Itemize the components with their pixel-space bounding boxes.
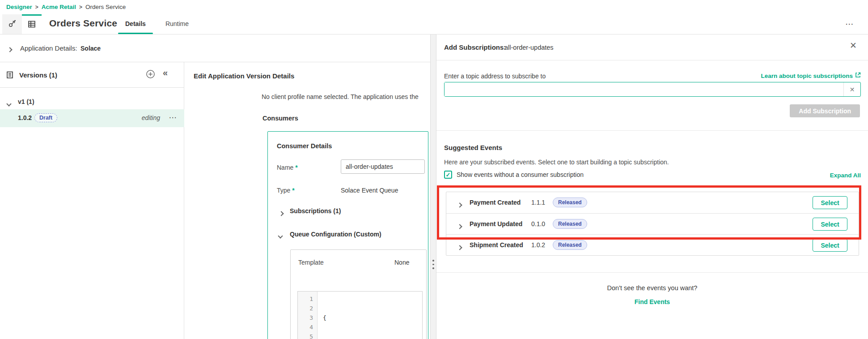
event-row-payment-updated[interactable]: Payment Updated 0.1.0 Released Select [446, 213, 859, 234]
close-icon[interactable]: ✕ [850, 40, 857, 51]
topic-address-input-wrap: ✕ [444, 82, 861, 97]
drag-handle-dots-icon [432, 260, 434, 269]
learn-topic-subscriptions-link[interactable]: Learn about topic subscriptions [761, 72, 861, 79]
version-kebab-menu-icon[interactable]: ⋯ [169, 113, 178, 122]
template-label: Template [298, 259, 324, 266]
divider [436, 60, 868, 60]
chevron-right-icon[interactable] [279, 209, 283, 217]
queue-config-code-editor[interactable]: 1 2 3 4 5 { "accessType": "exclusive", "… [297, 291, 423, 339]
chevron-right-icon[interactable] [458, 201, 462, 209]
queue-config-label: Queue Configuration (Custom) [290, 231, 381, 238]
add-subscription-button[interactable]: Add Subscription [790, 104, 860, 117]
list-view-button[interactable] [22, 14, 42, 34]
add-subscriptions-panel: Add Subscriptions: all-order-updates ✕ E… [436, 34, 868, 339]
template-value[interactable]: None [394, 259, 409, 266]
breadcrumb-current: Orders Service [85, 4, 126, 10]
view-switcher [2, 14, 42, 34]
find-events-link[interactable]: Find Events [436, 298, 868, 305]
version-group-row[interactable]: v1 (1) [0, 94, 184, 110]
left-region: Application Details: Solace Versions (1)… [0, 34, 430, 339]
external-link-icon [855, 72, 861, 79]
consumer-name-input[interactable] [341, 159, 425, 174]
breadcrumb-separator: > [79, 4, 82, 10]
version-row-selected[interactable]: 1.0.2 Draft editing ⋯ [0, 109, 184, 127]
application-details-row[interactable]: Application Details: Solace [0, 34, 430, 62]
code-line-numbers: 1 2 3 4 5 [298, 292, 318, 339]
tab-details[interactable]: Details [115, 13, 156, 34]
suggested-events-description: Here are your subscribed events. Select … [444, 159, 669, 166]
select-event-button[interactable]: Select [813, 239, 847, 252]
table-view-icon [27, 20, 36, 30]
breadcrumb-designer[interactable]: Designer [6, 4, 32, 10]
versions-panel: Versions (1) « v1 (1) 1.0.2 Draft editin… [0, 62, 184, 339]
add-subscriptions-title: Add Subscriptions: [444, 43, 506, 51]
expand-all-link[interactable]: Expand All [830, 172, 861, 179]
page-header: Orders Service Details Runtime ⋯ [0, 13, 868, 34]
queue-template-card: Template None 1 2 3 4 5 { [290, 249, 427, 339]
find-events-question: Don't see the events you want? [436, 284, 868, 292]
chevron-right-icon[interactable] [8, 45, 12, 53]
add-version-button[interactable] [146, 69, 155, 81]
show-events-checkbox-label: Show events without a consumer subscript… [457, 171, 584, 178]
version-group-label: v1 (1) [18, 98, 34, 105]
code-content: { "accessType": "exclusive", "maxMsgSpoo… [318, 292, 422, 339]
code-line: { [323, 313, 422, 322]
name-field-label: Name * [277, 164, 298, 171]
subscriptions-label: Subscriptions (1) [290, 207, 341, 215]
show-events-checkbox-row[interactable]: ✓ Show events without a consumer subscri… [444, 171, 584, 179]
event-row-payment-created[interactable]: Payment Created 1.1.1 Released Select [446, 192, 859, 213]
clear-input-icon[interactable]: ✕ [843, 82, 860, 96]
suggested-events-list: Payment Created 1.1.1 Released Select Pa… [446, 192, 859, 256]
header-kebab-menu-icon[interactable]: ⋯ [845, 19, 855, 29]
client-profile-notice: No client profile name selected. The app… [262, 93, 419, 100]
type-field-label: Type * [277, 187, 295, 194]
breadcrumb-separator: > [35, 4, 38, 10]
chevron-down-icon[interactable] [279, 232, 282, 240]
collapse-panel-icon[interactable]: « [163, 68, 168, 78]
released-badge: Released [553, 197, 587, 207]
required-asterisk: * [295, 164, 297, 171]
consumer-type-value: Solace Event Queue [341, 187, 398, 194]
version-editing-status: editing [142, 114, 160, 121]
tab-bar: Details Runtime [115, 13, 199, 34]
body: Application Details: Solace Versions (1)… [0, 34, 868, 339]
add-subscriptions-subtitle: all-order-updates [504, 44, 554, 51]
chevron-down-icon[interactable] [7, 99, 11, 107]
event-version: 0.1.0 [531, 220, 545, 227]
breadcrumb-acme-retail[interactable]: Acme Retail [42, 4, 76, 10]
select-event-button[interactable]: Select [813, 218, 847, 231]
breadcrumb: Designer > Acme Retail > Orders Service [6, 4, 126, 10]
queue-config-expander[interactable]: Queue Configuration (Custom) [268, 228, 429, 242]
tab-runtime[interactable]: Runtime [156, 13, 199, 34]
breadcrumb-bar: Designer > Acme Retail > Orders Service [0, 0, 868, 13]
chevron-right-icon[interactable] [458, 222, 462, 230]
edit-version-panel: Edit Application Version Details No clie… [184, 62, 430, 339]
application-details-value: Solace [80, 45, 101, 52]
suggested-events-title: Suggested Events [444, 144, 502, 151]
event-version: 1.1.1 [531, 199, 545, 206]
panel-resize-handle[interactable] [430, 34, 436, 339]
consumer-card-title: Consumer Details [277, 142, 332, 150]
consumer-details-card: Consumer Details Name * Type * Solace Ev… [267, 131, 428, 339]
version-number: 1.0.2 [18, 114, 32, 121]
checkbox-checked-icon[interactable]: ✓ [444, 171, 452, 179]
event-row-shipment-created[interactable]: Shipment Created 1.0.2 Released Select [446, 234, 859, 255]
chevron-right-icon[interactable] [458, 243, 462, 251]
event-name: Payment Created [470, 199, 521, 206]
divider [436, 272, 868, 273]
versions-title: Versions (1) [19, 71, 57, 79]
topic-address-input[interactable] [445, 82, 842, 96]
versions-list-icon [6, 71, 14, 81]
application-details-label: Application Details: [20, 44, 77, 52]
subscriptions-expander[interactable]: Subscriptions (1) [268, 206, 429, 219]
topic-address-label: Enter a topic address to subscribe to [444, 73, 546, 80]
app-window: Designer > Acme Retail > Orders Service … [0, 0, 868, 339]
consumers-section-label: Consumers [263, 115, 298, 122]
versions-header: Versions (1) « [0, 62, 184, 88]
select-event-button[interactable]: Select [813, 196, 847, 209]
page-title: Orders Service [49, 18, 117, 29]
released-badge: Released [553, 240, 587, 250]
graph-view-button[interactable] [2, 14, 22, 34]
divider [436, 130, 868, 131]
released-badge: Released [553, 219, 587, 229]
